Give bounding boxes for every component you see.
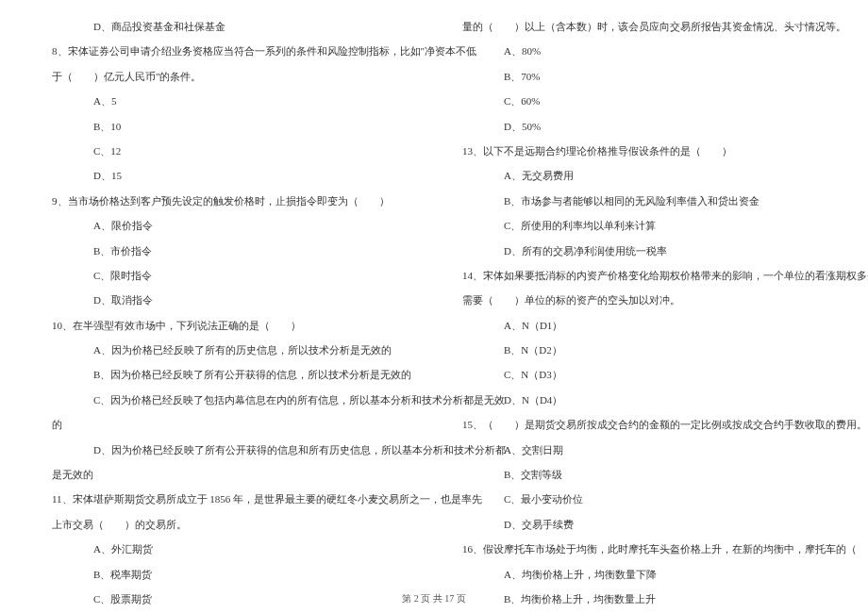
q12-option-b: B、70%	[462, 64, 830, 89]
q10-option-d: D、因为价格已经反映了所有公开获得的信息和所有历史信息，所以基本分析和技术分析都	[52, 438, 406, 462]
q11-option-b: B、税率期货	[52, 562, 406, 587]
q10-option-c: C、因为价格已经反映了包括内幕信息在内的所有信息，所以基本分析和技术分析都是无效	[52, 388, 406, 412]
q16-option-a: A、均衡价格上升，均衡数量下降	[462, 562, 830, 587]
q8-option-c: C、12	[52, 139, 406, 163]
q13-option-b: B、市场参与者能够以相同的无风险利率借入和贷出资金	[462, 189, 830, 213]
q15-option-c: C、最小变动价位	[462, 487, 830, 511]
left-column: D、商品投资基金和社保基金 8、宋体证券公司申请介绍业务资格应当符合一系列的条件…	[0, 14, 434, 571]
q14-option-d: D、N（D4）	[462, 388, 830, 412]
q12-option-a: A、80%	[462, 39, 830, 63]
q12-stem-cont: 量的（ ）以上（含本数）时，该会员应向交易所报告其资金情况、头寸情况等。	[462, 14, 830, 39]
q12-option-c: C、60%	[462, 89, 830, 113]
q15-option-d: D、交易手续费	[462, 512, 830, 537]
q11-stem-cont: 上市交易（ ）的交易所。	[52, 512, 406, 537]
q16-stem: 16、假设摩托车市场处于均衡，此时摩托车头盔价格上升，在新的均衡中，摩托车的（ …	[462, 537, 830, 561]
q9-option-a: A、限价指令	[52, 213, 406, 238]
q8-option-a: A、5	[52, 89, 406, 113]
q9-stem: 9、当市场价格达到客户预先设定的触发价格时，止损指令即变为（ ）	[52, 189, 406, 213]
q13-option-c: C、所使用的利率均以单利来计算	[462, 213, 830, 238]
q8-stem: 8、宋体证券公司申请介绍业务资格应当符合一系列的条件和风险控制指标，比如"净资本…	[52, 39, 406, 63]
q15-option-a: A、交割日期	[462, 438, 830, 462]
q13-stem: 13、以下不是远期合约理论价格推导假设条件的是（ ）	[462, 139, 830, 163]
q15-option-b: B、交割等级	[462, 462, 830, 487]
q8-option-b: B、10	[52, 114, 406, 139]
q14-option-c: C、N（D3）	[462, 362, 830, 387]
q11-stem: 11、宋体堪萨斯期货交易所成立于 1856 年，是世界最主要的硬红冬小麦交易所之…	[52, 487, 406, 511]
q8-stem-cont: 于（ ）亿元人民币"的条件。	[52, 64, 406, 89]
q10-option-b: B、因为价格已经反映了所有公开获得的信息，所以技术分析是无效的	[52, 362, 406, 387]
q11-option-a: A、外汇期货	[52, 537, 406, 561]
q9-option-b: B、市价指令	[52, 239, 406, 263]
q9-option-d: D、取消指令	[52, 288, 406, 312]
q14-stem-cont: 需要（ ）单位的标的资产的空头加以对冲。	[462, 288, 830, 312]
q10-stem: 10、在半强型有效市场中，下列说法正确的是（ ）	[52, 313, 406, 338]
q14-option-b: B、N（D2）	[462, 338, 830, 362]
q10-option-d-cont: 是无效的	[52, 462, 406, 487]
q7-option-d: D、商品投资基金和社保基金	[52, 14, 406, 39]
q9-option-c: C、限时指令	[52, 263, 406, 288]
q13-option-d: D、所有的交易净利润使用统一税率	[462, 239, 830, 263]
q14-option-a: A、N（D1）	[462, 313, 830, 338]
q10-option-a: A、因为价格已经反映了所有的历史信息，所以技术分析是无效的	[52, 338, 406, 362]
q8-option-d: D、15	[52, 163, 406, 188]
q13-option-a: A、无交易费用	[462, 163, 830, 188]
q10-option-c-cont: 的	[52, 412, 406, 437]
q15-stem: 15、（ ）是期货交易所按成交合约的金额的一定比例或按成交合约手数收取的费用。	[462, 412, 830, 437]
page-footer: 第 2 页 共 17 页	[0, 592, 868, 605]
q14-stem: 14、宋体如果要抵消标的内资产价格变化给期权价格带来的影响，一个单位的看涨期权多…	[462, 263, 830, 288]
q12-option-d: D、50%	[462, 114, 830, 139]
right-column: 量的（ ）以上（含本数）时，该会员应向交易所报告其资金情况、头寸情况等。 A、8…	[434, 14, 868, 571]
page-content: D、商品投资基金和社保基金 8、宋体证券公司申请介绍业务资格应当符合一系列的条件…	[0, 0, 868, 585]
